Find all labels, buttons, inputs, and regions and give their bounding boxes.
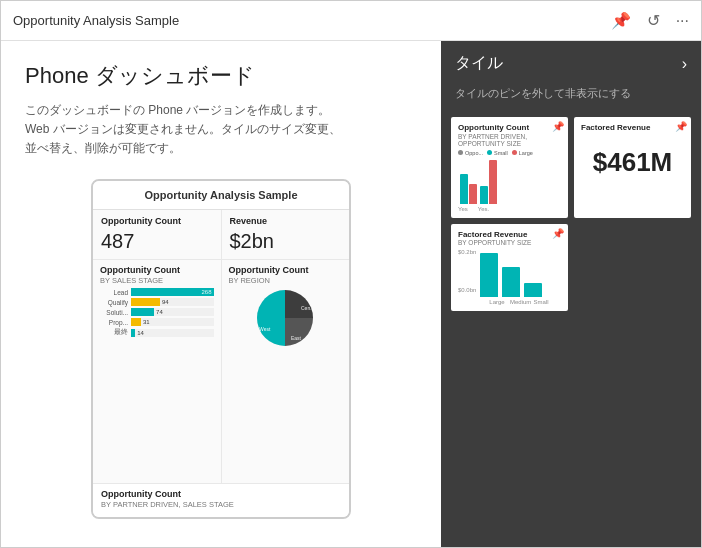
svg-text:West: West — [259, 326, 271, 332]
svg-text:East: East — [291, 335, 302, 341]
region-pie-chart: Cen... West East — [229, 288, 343, 348]
phone-mockup: Opportunity Analysis Sample Opportunity … — [91, 179, 351, 519]
bar-qualify: Qualify 94 — [100, 298, 214, 306]
phone-mockup-header: Opportunity Analysis Sample — [93, 181, 349, 210]
tile-pin-icon[interactable]: 📌 — [552, 121, 564, 132]
top-bar-actions: 📌 ↺ ··· — [611, 11, 689, 30]
svg-text:Cen...: Cen... — [301, 305, 314, 311]
bar-proposal: Prop... 31 — [100, 318, 214, 326]
kpi-revenue-value: $2bn — [230, 230, 342, 253]
bar-final: 最終 14 — [100, 328, 214, 337]
undo-icon[interactable]: ↺ — [647, 11, 660, 30]
region-title: Opportunity Count — [229, 265, 343, 276]
tile-factored-revenue-value[interactable]: 📌 Factored Revenue $461M — [574, 117, 691, 218]
sales-stage-chart-cell: Opportunity Count BY SALES STAGE Lead 26… — [93, 260, 222, 482]
region-subtitle: BY REGION — [229, 276, 343, 285]
kpi-count-cell: Opportunity Count 487 — [93, 210, 222, 260]
kpi-count-value: 487 — [101, 230, 213, 253]
tile-hint-text: タイルのピンを外して非表示にする — [441, 86, 701, 111]
tile3-bar-chart — [480, 253, 542, 297]
kpi-revenue-cell: Revenue $2bn — [222, 210, 350, 260]
bar-lead: Lead 268 — [100, 288, 214, 296]
top-bar: Opportunity Analysis Sample 📌 ↺ ··· — [1, 1, 701, 41]
chart-row: Opportunity Count BY SALES STAGE Lead 26… — [93, 260, 349, 483]
bar-solution: Soluti... 74 — [100, 308, 214, 316]
phone-description: このダッシュボードの Phone バージョンを作成します。 Web バージョンは… — [25, 101, 417, 159]
tile1-legend: Oppo... Small Large — [458, 150, 561, 156]
more-icon[interactable]: ··· — [676, 12, 689, 30]
kpi-count-title: Opportunity Count — [101, 216, 213, 227]
phone-mockup-wrapper: Opportunity Analysis Sample Opportunity … — [25, 179, 417, 519]
phone-dashboard-title: Phone ダッシュボード — [25, 61, 417, 91]
sales-stage-title: Opportunity Count — [100, 265, 214, 276]
tile-row-1: 📌 Opportunity Count BY PARTNER DRIVEN, O… — [451, 117, 691, 218]
pin-icon[interactable]: 📌 — [611, 11, 631, 30]
bottom-subtitle: BY PARTNER DRIVEN, SALES STAGE — [101, 500, 341, 509]
tile-panel: タイル › タイルのピンを外して非表示にする 📌 Opportunity Cou… — [441, 41, 701, 547]
main-content: Phone ダッシュボード このダッシュボードの Phone バージョンを作成し… — [1, 41, 701, 547]
kpi-row: Opportunity Count 487 Revenue $2bn — [93, 210, 349, 261]
region-chart-cell: Opportunity Count BY REGION — [222, 260, 350, 482]
factored-revenue-value: $461M — [581, 147, 684, 178]
kpi-revenue-title: Revenue — [230, 216, 342, 227]
tile-panel-title: タイル — [455, 53, 503, 74]
tile-header: タイル › — [441, 41, 701, 86]
tile-chevron-icon[interactable]: › — [682, 55, 687, 73]
tile-grid: 📌 Opportunity Count BY PARTNER DRIVEN, O… — [441, 111, 701, 317]
tile1-bar-chart — [458, 160, 561, 204]
bottom-title: Opportunity Count — [101, 489, 341, 500]
left-panel: Phone ダッシュボード このダッシュボードの Phone バージョンを作成し… — [1, 41, 441, 547]
sales-stage-subtitle: BY SALES STAGE — [100, 276, 214, 285]
phone-bottom-strip: Opportunity Count BY PARTNER DRIVEN, SAL… — [93, 484, 349, 517]
page-title: Opportunity Analysis Sample — [13, 13, 611, 28]
sales-stage-bar-chart: Lead 268 Qualify 94 — [100, 288, 214, 337]
tile-factored-revenue-bar[interactable]: 📌 Factored Revenue BY OPPORTUNITY SIZE $… — [451, 224, 568, 312]
tile-row-2: 📌 Factored Revenue BY OPPORTUNITY SIZE $… — [451, 224, 691, 312]
tile2-pin-icon[interactable]: 📌 — [675, 121, 687, 132]
tile-opportunity-count-bar[interactable]: 📌 Opportunity Count BY PARTNER DRIVEN, O… — [451, 117, 568, 218]
tile3-pin-icon[interactable]: 📌 — [552, 228, 564, 239]
